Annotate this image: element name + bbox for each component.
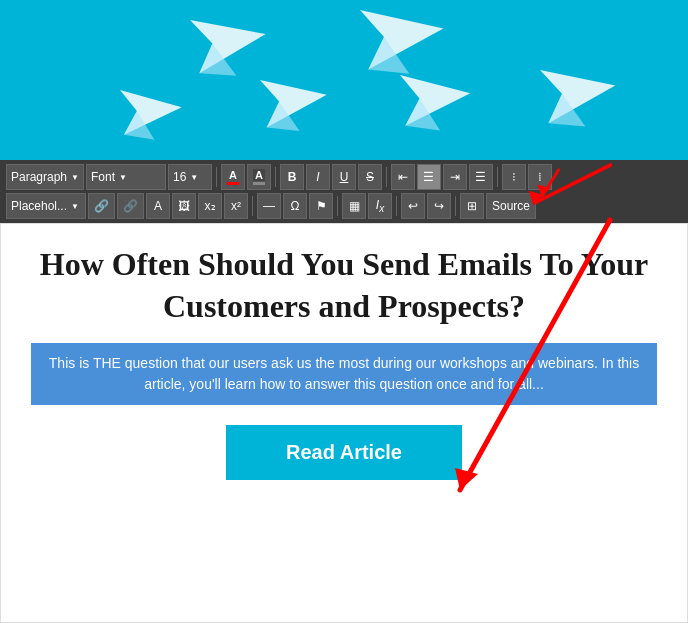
placeholder-arrow: ▼ (71, 202, 79, 211)
undo-button[interactable]: ↩ (401, 193, 425, 219)
sep8 (455, 196, 456, 216)
paragraph-arrow: ▼ (71, 173, 79, 182)
svg-marker-6 (260, 71, 330, 127)
unlink-icon: 🔗 (123, 199, 138, 213)
clear-format-icon: Ix (376, 198, 384, 214)
font-highlight-underline (253, 182, 265, 185)
hr-icon: — (263, 199, 275, 213)
svg-marker-10 (540, 59, 620, 124)
superscript-button[interactable]: x² (224, 193, 248, 219)
font-label: Font (91, 170, 115, 184)
size-arrow: ▼ (190, 173, 198, 182)
table-button[interactable]: ▦ (342, 193, 366, 219)
omega-icon: Ω (291, 199, 300, 213)
image-button[interactable]: 🖼 (172, 193, 196, 219)
underline-button[interactable]: U (332, 164, 356, 190)
omega-button[interactable]: Ω (283, 193, 307, 219)
svg-marker-0 (190, 7, 270, 73)
sep5 (252, 196, 253, 216)
subscript-icon: x₂ (205, 199, 216, 213)
redo-icon: ↪ (434, 199, 444, 213)
align-center-icon: ☰ (423, 170, 434, 184)
strikethrough-label: S (366, 170, 374, 184)
sep6 (337, 196, 338, 216)
placeholder-select[interactable]: Placehol... ▼ (6, 193, 86, 219)
redo-button[interactable]: ↪ (427, 193, 451, 219)
flag-icon: ⚑ (316, 199, 327, 213)
read-article-button[interactable]: Read Article (226, 425, 462, 480)
source-label: Source (492, 199, 530, 213)
svg-marker-2 (360, 0, 448, 69)
bold-button[interactable]: B (280, 164, 304, 190)
italic-label: I (316, 170, 319, 184)
sep4 (497, 167, 498, 187)
sep3 (386, 167, 387, 187)
align-justify-icon: ☰ (475, 170, 486, 184)
sep2 (275, 167, 276, 187)
font-color-underline (227, 182, 239, 185)
content-area: How Often Should You Send Emails To Your… (0, 223, 688, 623)
underline-label: U (340, 170, 349, 184)
banner (0, 0, 688, 160)
ordered-list-icon: ⁝ (512, 170, 516, 184)
font-highlight-letter: A (253, 169, 265, 181)
media-button[interactable]: ⊞ (460, 193, 484, 219)
image-icon: 🖼 (178, 199, 190, 213)
subscript-button[interactable]: x₂ (198, 193, 222, 219)
paragraph-label: Paragraph (11, 170, 67, 184)
paragraph-select[interactable]: Paragraph ▼ (6, 164, 84, 190)
toolbar-area: Paragraph ▼ Font ▼ 16 ▼ A A (0, 160, 688, 223)
text-icon: A (154, 199, 162, 213)
italic-button[interactable]: I (306, 164, 330, 190)
sep7 (396, 196, 397, 216)
size-label: 16 (173, 170, 186, 184)
media-icon: ⊞ (467, 199, 477, 213)
flag-button[interactable]: ⚑ (309, 193, 333, 219)
font-color-button[interactable]: A (221, 164, 245, 190)
align-right-icon: ⇥ (450, 170, 460, 184)
table-icon: ▦ (349, 199, 360, 213)
align-left-icon: ⇤ (398, 170, 408, 184)
superscript-icon: x² (231, 199, 241, 213)
align-center-button[interactable]: ☰ (417, 164, 441, 190)
placeholder-label: Placehol... (11, 199, 67, 213)
link-icon: 🔗 (94, 199, 109, 213)
font-select[interactable]: Font ▼ (86, 164, 166, 190)
font-color-letter: A (229, 169, 237, 181)
unlink-button[interactable]: 🔗 (117, 193, 144, 219)
toolbar-row-2: Placehol... ▼ 🔗 🔗 A 🖼 x₂ x² — Ω ⚑ ▦ Ix ↩… (6, 193, 682, 219)
text-button[interactable]: A (146, 193, 170, 219)
align-left-button[interactable]: ⇤ (391, 164, 415, 190)
ordered-list-button[interactable]: ⁝ (502, 164, 526, 190)
font-arrow: ▼ (119, 173, 127, 182)
main-wrapper: Paragraph ▼ Font ▼ 16 ▼ A A (0, 0, 688, 623)
source-button[interactable]: Source (486, 193, 536, 219)
toolbar-row-1: Paragraph ▼ Font ▼ 16 ▼ A A (6, 164, 682, 190)
font-highlight-button[interactable]: A (247, 164, 271, 190)
align-justify-button[interactable]: ☰ (469, 164, 493, 190)
unordered-list-button[interactable]: ⁞ (528, 164, 552, 190)
sep1 (216, 167, 217, 187)
align-right-button[interactable]: ⇥ (443, 164, 467, 190)
clear-format-button[interactable]: Ix (368, 193, 392, 219)
article-title: How Often Should You Send Emails To Your… (31, 244, 657, 327)
article-excerpt: This is THE question that our users ask … (31, 343, 657, 405)
toolbar-container: Paragraph ▼ Font ▼ 16 ▼ A A (0, 160, 688, 223)
undo-icon: ↩ (408, 199, 418, 213)
size-select[interactable]: 16 ▼ (168, 164, 212, 190)
link-button[interactable]: 🔗 (88, 193, 115, 219)
hr-button[interactable]: — (257, 193, 281, 219)
strikethrough-button[interactable]: S (358, 164, 382, 190)
bold-label: B (288, 170, 297, 184)
unordered-list-icon: ⁞ (538, 170, 542, 184)
